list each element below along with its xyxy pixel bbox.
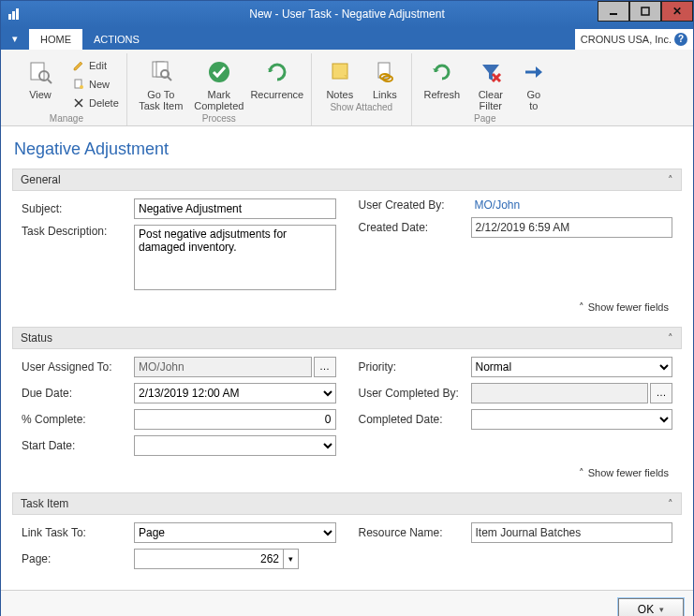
pct-complete-input[interactable] [134, 409, 336, 430]
refresh-button[interactable]: Refresh [420, 55, 465, 100]
chevron-up-icon: ˄ [579, 301, 584, 313]
user-created-by-label: User Created By: [359, 198, 471, 212]
notes-button[interactable]: Notes [319, 55, 361, 100]
user-created-by-value: MO/John [471, 198, 673, 212]
refresh-icon [427, 57, 457, 87]
app-window: New - User Task - Negative Adjustment ✕ … [0, 0, 694, 616]
goto-task-item-button[interactable]: Go To Task Item [135, 55, 187, 111]
minimize-button[interactable] [598, 1, 629, 22]
svg-rect-1 [12, 11, 15, 20]
subject-input[interactable] [134, 198, 336, 219]
svg-point-9 [80, 85, 83, 89]
app-icon [7, 7, 22, 22]
new-button[interactable]: New [72, 76, 119, 93]
due-date-label: Due Date: [22, 387, 134, 400]
view-icon [25, 57, 55, 87]
delete-button[interactable]: Delete [72, 95, 119, 111]
section-header-status[interactable]: Status ˄ [12, 327, 682, 349]
task-description-input[interactable]: Post negative adjsutments for damaged in… [134, 225, 336, 290]
user-assigned-to-input[interactable] [134, 357, 312, 377]
user-completed-by-input[interactable] [471, 383, 649, 403]
pencil-icon [72, 59, 85, 72]
edit-button[interactable]: Edit [72, 57, 119, 74]
created-date-label: Created Date: [359, 221, 471, 234]
created-date-value: 2/12/2019 6:59 AM [471, 217, 673, 238]
ribbon-group-process: Go To Task Item Mark Completed Recurrenc… [127, 53, 312, 125]
subject-label: Subject: [22, 202, 134, 215]
ribbon-group-page: Refresh Clear Filter Go to Page [412, 53, 558, 125]
tab-actions[interactable]: ACTIONS [82, 29, 151, 50]
tab-home[interactable]: HOME [29, 29, 82, 50]
group-label-page: Page [420, 113, 551, 124]
group-label-process: Process [135, 113, 303, 124]
title-bar: New - User Task - Negative Adjustment ✕ [1, 1, 693, 27]
links-button[interactable]: Links [366, 55, 404, 100]
links-icon [370, 57, 400, 87]
file-tab[interactable]: ▾ [1, 27, 29, 50]
task-description-label: Task Description: [22, 225, 134, 238]
page-label: Page: [22, 552, 134, 565]
svg-rect-0 [8, 14, 11, 20]
link-task-to-select[interactable]: Page [134, 522, 336, 543]
resource-name-value: Item Journal Batches [471, 522, 673, 543]
section-body-task-item: Link Task To: Page Page: ▾ Resource Name… [12, 515, 682, 579]
goto-button[interactable]: Go to [517, 55, 551, 111]
svg-line-15 [168, 77, 171, 81]
new-icon [72, 78, 85, 91]
chevron-up-icon: ˄ [579, 467, 584, 478]
user-assigned-to-label: User Assigned To: [22, 360, 134, 374]
svg-rect-2 [16, 8, 19, 20]
section-header-task-item[interactable]: Task Item ˄ [12, 492, 682, 515]
page-input[interactable] [134, 549, 284, 569]
link-task-to-label: Link Task To: [22, 526, 134, 539]
ribbon-group-manage: View Edit New Delete Manage [7, 53, 127, 125]
delete-icon [72, 96, 85, 110]
start-date-label: Start Date: [22, 439, 134, 452]
ribbon-tab-bar: ▾ HOME ACTIONS CRONUS USA, Inc. ? [1, 27, 693, 50]
chevron-up-icon: ˄ [668, 498, 673, 510]
user-assigned-lookup-button[interactable]: … [314, 357, 336, 377]
completed-date-label: Completed Date: [359, 413, 471, 426]
group-label-manage: Manage [14, 113, 119, 124]
help-icon[interactable]: ? [674, 33, 687, 46]
mark-completed-button[interactable]: Mark Completed [193, 55, 245, 111]
page-title: Negative Adjustment [14, 139, 682, 159]
priority-select[interactable]: Normal [471, 357, 673, 377]
section-body-general: Subject: Task Description: Post negative… [12, 191, 682, 327]
pct-complete-label: % Complete: [22, 413, 134, 426]
priority-label: Priority: [359, 360, 471, 374]
recurrence-button[interactable]: Recurrence [251, 55, 303, 100]
completed-date-input[interactable] [471, 409, 673, 430]
page-dropdown-button[interactable]: ▾ [284, 549, 299, 569]
recurrence-icon [262, 57, 292, 87]
start-date-input[interactable] [134, 435, 336, 456]
due-date-input[interactable]: 2/13/2019 12:00 AM [134, 383, 336, 403]
view-button[interactable]: View [14, 55, 66, 100]
show-fewer-general[interactable]: ˄Show fewer fields [22, 296, 672, 323]
svg-line-7 [48, 80, 52, 83]
chevron-up-icon: ˄ [668, 174, 673, 186]
document-search-icon [146, 57, 176, 87]
ribbon-group-show-attached: Notes Links Show Attached [312, 53, 412, 125]
footer: OK ▾ [1, 590, 693, 616]
clear-filter-icon [476, 57, 506, 87]
company-name: CRONUS USA, Inc. ? [575, 29, 693, 50]
section-header-general[interactable]: General ˄ [12, 169, 682, 191]
user-completed-lookup-button[interactable]: … [650, 383, 672, 403]
ribbon: View Edit New Delete Manage Go To Task I… [1, 50, 693, 126]
group-label-show-attached: Show Attached [319, 102, 404, 112]
clear-filter-button[interactable]: Clear Filter [470, 55, 511, 111]
user-completed-by-label: User Completed By: [359, 387, 471, 400]
window-title: New - User Task - Negative Adjustment [1, 7, 693, 21]
arrow-right-icon [519, 57, 549, 87]
window-buttons: ✕ [598, 1, 693, 22]
svg-rect-3 [610, 13, 617, 15]
ok-button[interactable]: OK ▾ [618, 598, 684, 616]
svg-rect-4 [642, 7, 649, 15]
chevron-down-icon: ▾ [659, 605, 664, 614]
close-button[interactable]: ✕ [661, 1, 693, 22]
chevron-up-icon: ˄ [668, 332, 673, 345]
show-fewer-status[interactable]: ˄Show fewer fields [22, 462, 672, 489]
maximize-button[interactable] [629, 1, 661, 22]
notes-icon [325, 57, 355, 87]
